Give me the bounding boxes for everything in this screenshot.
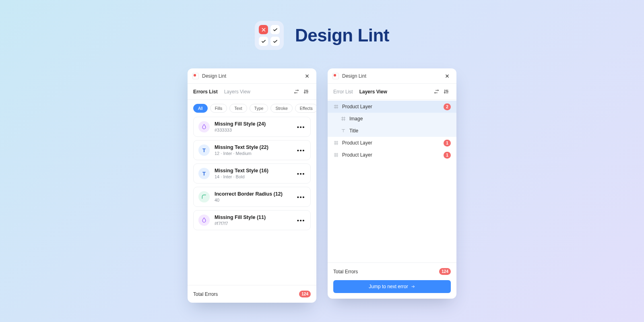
svg-point-3 [444, 92, 445, 93]
tab-errors[interactable]: Errors List [193, 89, 218, 95]
error-sub: 40 [215, 198, 283, 202]
text-layer-icon [341, 128, 346, 134]
layer-name: Product Layer [342, 140, 444, 146]
frame-icon [333, 104, 339, 109]
app-icon [255, 21, 284, 50]
error-sub: #333333 [215, 128, 266, 132]
settings-icon[interactable] [441, 87, 451, 97]
jump-next-label: Jump to next error [369, 284, 408, 289]
plugin-icon [192, 73, 199, 79]
jump-next-button[interactable]: Jump to next error [333, 280, 451, 293]
layer-name: Product Layer [342, 152, 444, 158]
chip-effects[interactable]: Effects [295, 104, 316, 113]
footer: Total Errors 124 [188, 285, 316, 303]
error-card[interactable]: Missing Fill Style (11) #f7f7f7 ••• [193, 210, 311, 230]
more-button[interactable]: ••• [297, 124, 305, 130]
chip-type[interactable]: Type [250, 104, 268, 113]
layer-name: Title [349, 128, 451, 134]
close-button[interactable] [303, 72, 312, 80]
chip-stroke[interactable]: Stroke [270, 104, 292, 113]
panel-layers: Design Lint Error List Layers View Produ… [328, 68, 456, 299]
layer-error-count: 1 [444, 152, 451, 159]
error-title: Missing Fill Style (24) [215, 121, 266, 127]
filter-chips: All Fills Text Type Stroke Effects Sub P… [188, 100, 316, 114]
layer-name: Product Layer [342, 104, 444, 109]
stage: Design Lint Errors List Layers View All … [188, 68, 456, 303]
x-tile-icon [259, 25, 268, 34]
error-card[interactable]: Incorrect Border Radius (12) 40 ••• [193, 187, 311, 207]
svg-point-1 [305, 90, 307, 91]
error-card[interactable]: Missing Fill Style (24) #333333 ••• [193, 117, 311, 137]
fill-style-icon [198, 121, 210, 132]
hero-title: Design Lint [295, 25, 389, 45]
total-errors-label: Total Errors [193, 291, 218, 297]
radius-icon [198, 191, 210, 202]
error-card[interactable]: T Missing Text Style (16) 14 · Inter · B… [193, 163, 311, 184]
layer-row[interactable]: Title [328, 125, 456, 137]
hero: Design Lint [255, 21, 389, 50]
chip-fills[interactable]: Fills [210, 104, 227, 113]
tab-layers[interactable]: Layers View [224, 89, 250, 95]
frame-icon [333, 140, 339, 146]
plugin-title: Design Lint [202, 73, 226, 79]
more-button[interactable]: ••• [297, 170, 305, 177]
error-title: Missing Text Style (16) [215, 168, 268, 173]
layer-tree: Product Layer 2 Image Title [328, 100, 456, 161]
layer-error-count: 1 [444, 140, 451, 147]
frame-icon [341, 116, 346, 122]
error-sub: #f7f7f7 [215, 221, 266, 226]
frame-icon [333, 152, 339, 158]
chip-all[interactable]: All [193, 104, 208, 113]
layer-error-count: 2 [444, 103, 451, 110]
tabbar: Errors List Layers View [188, 84, 316, 100]
arrow-right-icon [411, 284, 415, 289]
check-tile-icon [259, 37, 268, 46]
check-tile-icon [270, 25, 280, 34]
total-errors-count: 124 [299, 291, 311, 297]
error-card[interactable]: T Missing Text Style (22) 12 · Inter · M… [193, 140, 311, 160]
error-title: Missing Text Style (22) [215, 144, 268, 150]
layer-name: Image [349, 116, 451, 122]
panel-errors: Design Lint Errors List Layers View All … [188, 68, 316, 303]
more-button[interactable]: ••• [297, 147, 305, 154]
titlebar: Design Lint [328, 68, 456, 84]
more-button[interactable]: ••• [297, 217, 305, 224]
chip-text[interactable]: Text [229, 104, 247, 113]
cta-container: Jump to next error [328, 280, 456, 299]
layer-row[interactable]: Image [328, 113, 456, 125]
total-errors-label: Total Errors [333, 269, 358, 275]
tabbar: Error List Layers View [328, 84, 456, 100]
footer: Total Errors 124 [328, 262, 456, 280]
refresh-icon[interactable] [431, 87, 441, 97]
fill-style-icon [198, 215, 210, 226]
text-style-icon: T [198, 168, 210, 179]
svg-point-4 [446, 90, 447, 91]
plugin-icon [332, 73, 339, 79]
total-errors-count: 124 [439, 268, 451, 275]
error-sub: 14 · Inter · Bold [215, 174, 268, 179]
plugin-title: Design Lint [342, 73, 366, 79]
svg-point-5 [447, 91, 448, 92]
check-tile-icon [270, 37, 280, 46]
tab-layers[interactable]: Layers View [359, 89, 387, 95]
refresh-icon[interactable] [291, 87, 301, 97]
error-sub: 12 · Inter · Medium [215, 151, 268, 156]
text-style-icon: T [198, 144, 210, 156]
titlebar: Design Lint [188, 68, 316, 84]
svg-point-2 [307, 91, 308, 92]
more-button[interactable]: ••• [297, 194, 305, 200]
error-title: Missing Fill Style (11) [215, 215, 266, 220]
layer-row[interactable]: Product Layer 1 [328, 137, 456, 149]
layer-row[interactable]: Product Layer 2 [328, 101, 456, 113]
error-title: Incorrect Border Radius (12) [215, 191, 283, 197]
layer-row[interactable]: Product Layer 1 [328, 149, 456, 161]
svg-point-0 [304, 92, 305, 93]
tab-errors[interactable]: Error List [333, 89, 353, 95]
settings-icon[interactable] [301, 87, 311, 97]
close-button[interactable] [443, 72, 452, 80]
error-list: Missing Fill Style (24) #333333 ••• T Mi… [188, 114, 316, 234]
